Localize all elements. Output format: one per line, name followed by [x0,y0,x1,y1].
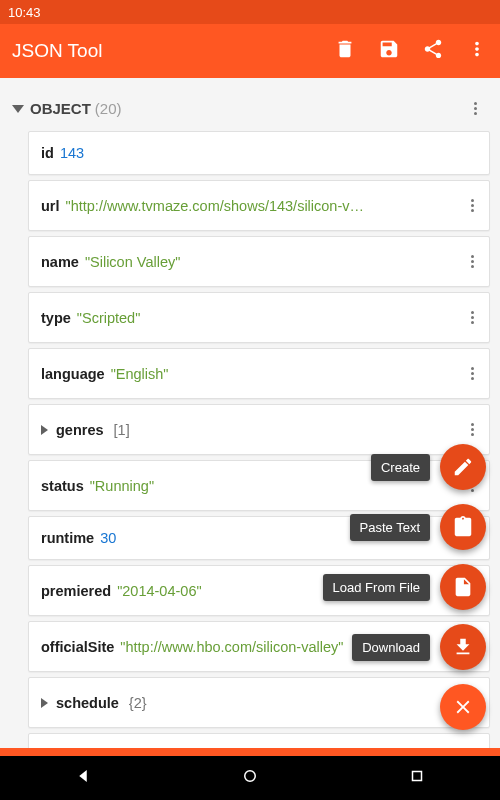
root-node[interactable]: OBJECT (20) [10,86,490,131]
save-icon [378,38,400,60]
chevron-right-icon [41,698,48,708]
chevron-right-icon [41,425,48,435]
status-time: 10:43 [8,5,41,20]
svg-rect-1 [412,772,421,781]
json-key: genres [56,422,104,438]
root-menu-button[interactable] [466,96,484,121]
json-value: 30 [100,530,116,546]
android-nav-bar [0,756,500,800]
json-row-url[interactable]: url"http://www.tvmaze.com/shows/143/sili… [28,180,490,231]
json-key: id [41,145,54,161]
close-icon [452,696,474,718]
row-menu-button[interactable] [463,417,481,442]
nav-back[interactable] [74,767,92,789]
share-icon [422,38,444,60]
row-menu-button[interactable] [463,305,481,330]
more-vert-icon [466,38,488,60]
json-key: premiered [41,583,111,599]
json-value: "Silicon Valley" [85,254,180,270]
save-button[interactable] [378,38,400,64]
json-key: name [41,254,79,270]
row-menu-button[interactable] [463,193,481,218]
nav-home[interactable] [241,767,259,789]
chevron-down-icon [12,105,24,113]
json-row-id[interactable]: id143 [28,131,490,175]
home-icon [241,767,259,785]
root-label: OBJECT [30,100,91,117]
svg-point-0 [245,771,256,782]
json-key: runtime [41,530,94,546]
json-key: officialSite [41,639,114,655]
download-icon [452,636,474,658]
fab-label: Load From File [323,574,430,601]
json-value: "Scripted" [77,310,141,326]
json-key: schedule [56,695,119,711]
app-title: JSON Tool [12,40,334,62]
json-value: 143 [60,145,84,161]
fab-label: Paste Text [350,514,430,541]
json-row-type[interactable]: type"Scripted" [28,292,490,343]
json-key: language [41,366,105,382]
trash-icon [334,38,356,60]
root-count: (20) [95,100,122,117]
json-child-count: [1] [114,422,130,438]
app-bar: JSON Tool [0,24,500,78]
fab-label: Create [371,454,430,481]
recent-icon [408,767,426,785]
fab-menu: Create Paste Text Load From File Downloa… [323,444,486,730]
json-value: "Running" [90,478,154,494]
fab-label: Download [352,634,430,661]
bottom-accent-bar [0,748,500,756]
json-row-name[interactable]: name"Silicon Valley" [28,236,490,287]
row-menu-button[interactable] [463,361,481,386]
fab-load-file[interactable]: Load From File [323,564,486,610]
fab-paste[interactable]: Paste Text [350,504,486,550]
overflow-button[interactable] [466,38,488,64]
fab-create[interactable]: Create [371,444,486,490]
fab-download[interactable]: Download [352,624,486,670]
row-menu-button[interactable] [463,249,481,274]
share-button[interactable] [422,38,444,64]
back-icon [74,767,92,785]
json-child-count: {2} [129,695,147,711]
fab-close[interactable] [440,684,486,730]
nav-recent[interactable] [408,767,426,789]
edit-icon [452,456,474,478]
status-bar: 10:43 [0,0,500,24]
file-icon [452,576,474,598]
json-key: status [41,478,84,494]
json-key: url [41,198,60,214]
json-value: "2014-04-06" [117,583,201,599]
json-value: "http://www.hbo.com/silicon-valley" [120,639,343,655]
json-key: type [41,310,71,326]
json-value: "http://www.tvmaze.com/shows/143/silicon… [66,198,366,214]
json-row-rating[interactable]: rating{1} [28,733,490,748]
delete-button[interactable] [334,38,356,64]
json-value: "English" [111,366,169,382]
clipboard-icon [452,516,474,538]
json-row-language[interactable]: language"English" [28,348,490,399]
